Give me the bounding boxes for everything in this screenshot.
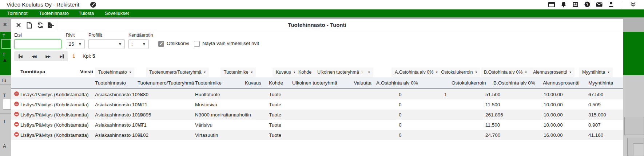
background-tab: ×	[0, 19, 11, 32]
tuontitapa-header: Tuontitapa	[20, 69, 45, 74]
chevron-down-icon: ▾	[251, 70, 253, 74]
chevron-down-icon: ▾	[368, 70, 370, 74]
cell-tuotehinnasto: Asiakashinnasto 10%	[95, 102, 138, 107]
column-filter-button-tuotehinnasto[interactable]: Tuotehinnasto▾	[95, 67, 134, 77]
tab-close-icon[interactable]: ×	[3, 21, 7, 28]
table-row[interactable]: Lisäys/Päivitys (Kohdistamatta)Asiakashi…	[11, 110, 623, 120]
background-left-gray: Tu T T A	[0, 75, 11, 156]
rows-per-page-select[interactable]: 25▼	[66, 39, 85, 49]
column-filter-button-a-ostohinta-alv-0-[interactable]: A.Ostohinta alv 0%▾	[391, 67, 441, 77]
menu-item-toiminnot[interactable]: Toiminnot	[7, 11, 28, 16]
virheelliset-label: Näytä vain virheelliset rivit	[202, 41, 259, 46]
cell-a_ostohinta_alv0: 0	[375, 132, 421, 138]
column-filter-label: Alennusprosentti	[533, 70, 567, 75]
column-filter-label: Kohde	[298, 70, 311, 75]
column-header-myyntihinta: Myyntihinta	[588, 80, 620, 86]
column-header-tuotenimike: Tuotenimike	[195, 80, 245, 86]
virheelliset-checkbox[interactable]	[194, 41, 200, 47]
cell-myyntihinta: 315.000	[588, 112, 620, 118]
remove-row-icon[interactable]	[14, 132, 19, 137]
bg-box	[633, 143, 644, 156]
help-icon[interactable]: ?	[584, 1, 590, 7]
import-dialog: Tuotehinnasto - Tuonti Etsi Rivit Profii…	[11, 19, 623, 156]
cell-ostokulukerroin: 1	[421, 92, 485, 97]
chevron-down-icon: ▼	[118, 42, 122, 46]
column-header-ostokulukerroin: Ostokulukerroin	[421, 80, 485, 86]
cell-tuotenumero: 19895	[138, 112, 195, 118]
cell-tuotehinnasto: Asiakashinnasto 10%	[95, 122, 138, 128]
column-filter-button-ulkoinen-tuoteryhm-[interactable]: Ulkoinen tuoteryhmä▾	[314, 67, 366, 77]
bg-box	[1, 39, 11, 49]
chevron-down-icon: ▾	[608, 70, 609, 74]
next-page-button[interactable]: ▶▶	[45, 54, 51, 58]
chevron-down-icon: ▼	[142, 42, 146, 46]
cell-tuotenumero: MT1	[138, 102, 195, 107]
bg-text-fragment: T	[3, 93, 6, 98]
column-filter-button-myyntihinta[interactable]: Myyntihinta▾	[579, 67, 613, 77]
collapse-chevrons-icon[interactable]	[630, 2, 636, 7]
remove-row-icon[interactable]	[14, 91, 19, 96]
menu-item-sovellukset[interactable]: Sovellukset	[105, 11, 129, 16]
main-menubar: ToiminnotTuotehinnastoTulostaSovellukset	[0, 9, 644, 17]
current-page-number[interactable]: 1	[72, 53, 75, 59]
user-icon[interactable]	[608, 1, 614, 7]
cell-myyntihinta: 41.160	[588, 132, 620, 138]
cell-kohde: Tuote	[269, 122, 292, 128]
remove-row-icon[interactable]	[14, 112, 19, 116]
cell-b_ostohinta_alv0: 51.500	[485, 92, 543, 97]
table-row[interactable]: Lisäys/Päivitys (Kohdistamatta)Asiakashi…	[11, 130, 623, 140]
column-filter-button-ostokulukerroin[interactable]: Ostokulukerroin▾	[438, 67, 480, 77]
otsikkorivi-label: Otsikkorivi	[167, 41, 189, 46]
column-filter-label: Tuotenimike	[224, 70, 249, 75]
menu-item-tuotehinnasto[interactable]: Tuotehinnasto	[39, 11, 69, 16]
notifications-bell-icon[interactable]	[561, 1, 567, 8]
search-input[interactable]	[14, 39, 61, 49]
app-title: Video Koulutus Oy - Rekisterit	[7, 1, 79, 8]
cell-tuotenimike: Virtasuutin	[195, 132, 245, 138]
column-filter-button-kuvaus[interactable]: Kuvaus▾	[273, 67, 298, 77]
cell-b_ostohinta_alv0: 261.896	[485, 112, 543, 118]
column-filter-button-tuotenumero-tuoteryhm-[interactable]: Tuotenumero/Tuoteryhmä▾	[146, 67, 209, 77]
column-filter-label: Tuotehinnasto	[98, 70, 127, 75]
last-page-button[interactable]: ▶	[60, 54, 64, 58]
profiles-select[interactable]: ▼	[88, 39, 125, 49]
field-separator-select[interactable]: ;▼	[128, 39, 149, 49]
otsikkorivi-checkbox[interactable]	[158, 41, 164, 47]
column-filter-button-tuotenimike[interactable]: Tuotenimike▾	[220, 67, 256, 77]
remove-row-icon[interactable]	[14, 102, 19, 106]
column-header-valuutta: Valuutta	[338, 80, 375, 86]
background-left-green: T T ▲	[0, 32, 11, 75]
column-header-b_ostohinta_alv0: B.Ostohinta alv 0%	[485, 80, 543, 86]
column-filter-button-alennusprosentti[interactable]: Alennusprosentti▾	[530, 67, 575, 77]
column-header-a_ostohinta_alv0: A.Ostohinta alv 0%	[375, 80, 421, 86]
menu-item-tulosta[interactable]: Tulosta	[79, 11, 94, 16]
news-icon[interactable]	[572, 2, 579, 7]
column-filter-button-b-ostohinta-alv-0-[interactable]: B.Ostohinta alv 0%▾	[481, 67, 530, 77]
table-row[interactable]: Lisäys/Päivitys (Kohdistamatta)Asiakashi…	[11, 120, 623, 130]
column-filter-label: B.Ostohinta alv 0%	[484, 70, 522, 75]
cell-alennusprosentti: 10.00.00	[543, 122, 588, 128]
table-row[interactable]: Lisäys/Päivitys (Kohdistamatta)Asiakashi…	[11, 89, 623, 99]
cell-a_ostohinta_alv0: 0	[375, 112, 421, 118]
cell-kohde: Tuote	[269, 112, 292, 118]
column-header-kuvaus: Kuvaus	[245, 80, 269, 86]
column-filter-label: Kuvaus	[276, 70, 291, 75]
column-header-kohde: Kohde	[269, 80, 292, 86]
table-body: Lisäys/Päivitys (Kohdistamatta)Asiakashi…	[11, 89, 623, 140]
pagination-controls: ◀ ◀◀ ▶▶ ▶	[14, 51, 68, 61]
first-page-button[interactable]: ◀	[19, 54, 23, 58]
cell-b_ostohinta_alv0: 24.700	[485, 132, 543, 138]
remove-row-icon[interactable]	[14, 122, 19, 127]
window-icon[interactable]	[548, 2, 555, 7]
row-count-value: 5	[92, 53, 95, 59]
bg-text-fragment: T	[3, 33, 5, 38]
cell-tuotehinnasto: Asiakashinnasto 10%	[95, 112, 138, 118]
table-row[interactable]: Lisäys/Päivitys (Kohdistamatta)Asiakashi…	[11, 99, 623, 110]
bg-text-fragment: T	[3, 119, 6, 124]
mail-icon[interactable]	[596, 2, 603, 7]
cell-kohde: Tuote	[269, 132, 292, 138]
titlebar-icon-group: ?	[548, 1, 636, 8]
column-filter-button-empty[interactable]: ▾	[362, 67, 373, 77]
cell-myyntihinta: 67.500	[588, 92, 620, 97]
prev-page-button[interactable]: ◀◀	[32, 54, 37, 58]
